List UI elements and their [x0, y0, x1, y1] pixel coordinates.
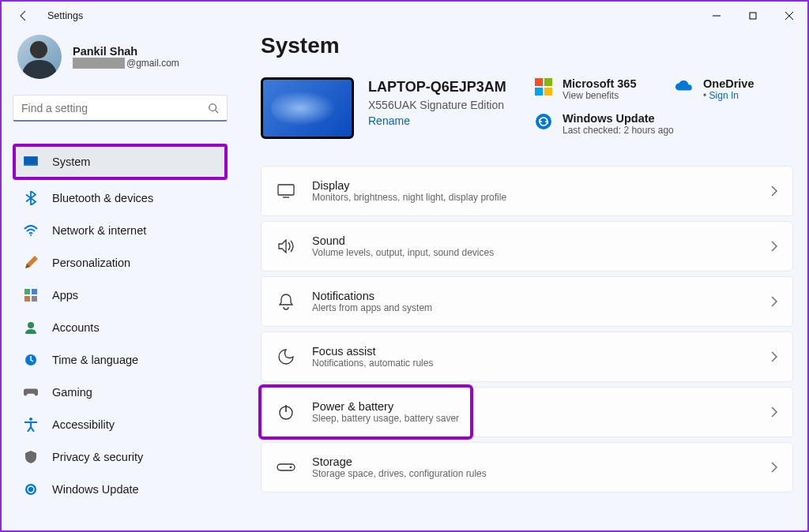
- page-title: System: [261, 33, 793, 58]
- card-title: Display: [312, 179, 770, 192]
- svg-rect-12: [32, 296, 37, 302]
- privacy-icon: [24, 450, 38, 464]
- notifications-icon: [276, 291, 296, 312]
- email-suffix: @gmail.com: [126, 58, 179, 69]
- nav-item-update[interactable]: Windows Update: [13, 474, 228, 504]
- system-icon: [24, 155, 38, 169]
- nav-label: Time & language: [52, 354, 138, 366]
- network-icon: [24, 223, 38, 238]
- chevron-right-icon: [770, 351, 778, 362]
- svg-rect-7: [24, 157, 37, 164]
- nav-list: System Bluetooth & devices Network & int…: [13, 144, 228, 504]
- nav-label: Personalization: [52, 257, 130, 269]
- chevron-right-icon: [770, 462, 778, 473]
- display-icon: [276, 181, 296, 201]
- nav-item-bluetooth[interactable]: Bluetooth & devices: [13, 183, 228, 213]
- nav-item-personalization[interactable]: Personalization: [13, 248, 228, 278]
- device-block: LAPTOP-Q6EJP3AM X556UAK Signature Editio…: [261, 77, 518, 139]
- nav-item-time[interactable]: Time & language: [13, 345, 228, 375]
- nav-label: Apps: [52, 289, 78, 302]
- info-m365[interactable]: Microsoft 365 View benefits: [534, 77, 653, 101]
- info-sub: View benefits: [563, 90, 636, 101]
- search-box[interactable]: [13, 95, 228, 122]
- info-title: OneDrive: [703, 77, 754, 90]
- system-header-row: LAPTOP-Q6EJP3AM X556UAK Signature Editio…: [261, 77, 793, 139]
- personalization-icon: [24, 256, 38, 270]
- nav-label: Windows Update: [52, 483, 139, 496]
- titlebar: Settings: [2, 2, 807, 30]
- info-grid: Microsoft 365 View benefits OneDrive Sig…: [534, 77, 793, 136]
- card-sub: Storage space, drives, configuration rul…: [312, 468, 770, 479]
- info-sub: Last checked: 2 hours ago: [563, 125, 674, 136]
- search-input[interactable]: [21, 102, 208, 114]
- card-focus[interactable]: Focus assist Notifications, automatic ru…: [261, 332, 793, 382]
- window-controls: [698, 3, 807, 28]
- device-image: [261, 77, 354, 139]
- gaming-icon: [24, 385, 38, 399]
- chevron-right-icon: [770, 296, 778, 307]
- nav-item-network[interactable]: Network & internet: [13, 215, 228, 245]
- chevron-right-icon: [770, 406, 778, 418]
- nav-item-gaming[interactable]: Gaming: [13, 377, 228, 407]
- svg-rect-20: [544, 88, 552, 96]
- onedrive-signin-link[interactable]: Sign In: [703, 90, 754, 101]
- svg-point-15: [29, 418, 32, 421]
- profile-block[interactable]: Pankil Shah @gmail.com: [13, 35, 228, 79]
- info-update[interactable]: Windows Update Last checked: 2 hours ago: [534, 112, 674, 136]
- focus-icon: [276, 347, 296, 367]
- svg-rect-17: [535, 78, 543, 86]
- device-name: LAPTOP-Q6EJP3AM: [368, 79, 506, 96]
- svg-line-5: [216, 110, 219, 113]
- nav-item-accessibility[interactable]: Accessibility: [13, 410, 228, 440]
- card-storage[interactable]: Storage Storage space, drives, configura…: [261, 442, 793, 493]
- svg-rect-10: [32, 289, 37, 294]
- storage-icon: [276, 457, 296, 478]
- card-sound[interactable]: Sound Volume levels, output, input, soun…: [261, 221, 793, 272]
- card-power[interactable]: Power & battery Sleep, battery usage, ba…: [261, 387, 793, 437]
- card-title: Power & battery: [312, 400, 770, 413]
- svg-rect-18: [544, 78, 552, 86]
- card-title: Focus assist: [312, 345, 770, 358]
- device-model: X556UAK Signature Edition: [368, 99, 506, 111]
- svg-rect-22: [278, 185, 294, 195]
- card-display[interactable]: Display Monitors, brightness, night ligh…: [261, 166, 793, 216]
- card-sub: Alerts from apps and system: [312, 302, 770, 313]
- card-title: Notifications: [312, 290, 770, 302]
- update-icon: [24, 482, 38, 496]
- info-title: Microsoft 365: [563, 77, 636, 90]
- card-notifications[interactable]: Notifications Alerts from apps and syste…: [261, 276, 793, 327]
- highlight-system: System: [13, 144, 228, 180]
- rename-link[interactable]: Rename: [368, 114, 506, 127]
- bluetooth-icon: [24, 191, 38, 205]
- back-button[interactable]: [14, 6, 33, 25]
- card-title: Storage: [312, 455, 770, 468]
- search-icon: [208, 103, 219, 114]
- info-title: Windows Update: [563, 112, 674, 125]
- maximize-button[interactable]: [735, 3, 771, 28]
- nav-label: Network & internet: [52, 224, 146, 237]
- profile-name: Pankil Shah: [73, 45, 179, 58]
- info-onedrive[interactable]: OneDrive Sign In: [675, 77, 793, 101]
- settings-cards: Display Monitors, brightness, night ligh…: [261, 166, 793, 493]
- accounts-icon: [24, 320, 38, 335]
- svg-rect-9: [24, 289, 30, 294]
- nav-item-system[interactable]: System: [16, 147, 224, 177]
- nav-item-accounts[interactable]: Accounts: [13, 313, 228, 343]
- svg-rect-1: [750, 13, 756, 19]
- app-title: Settings: [47, 10, 83, 21]
- avatar: [17, 35, 62, 79]
- nav-item-apps[interactable]: Apps: [13, 280, 228, 310]
- close-button[interactable]: [771, 3, 807, 28]
- nav-label: Accessibility: [52, 418, 115, 431]
- chevron-right-icon: [770, 241, 778, 252]
- svg-point-13: [28, 322, 34, 328]
- minimize-button[interactable]: [698, 3, 735, 28]
- nav-label: Privacy & security: [52, 451, 143, 463]
- onedrive-icon: [675, 77, 694, 96]
- main-content: System LAPTOP-Q6EJP3AM X556UAK Signature…: [239, 30, 807, 532]
- power-icon: [276, 402, 296, 422]
- nav-label: Bluetooth & devices: [52, 192, 153, 204]
- nav-label: System: [52, 155, 90, 168]
- nav-item-privacy[interactable]: Privacy & security: [13, 442, 228, 472]
- svg-point-16: [25, 484, 36, 495]
